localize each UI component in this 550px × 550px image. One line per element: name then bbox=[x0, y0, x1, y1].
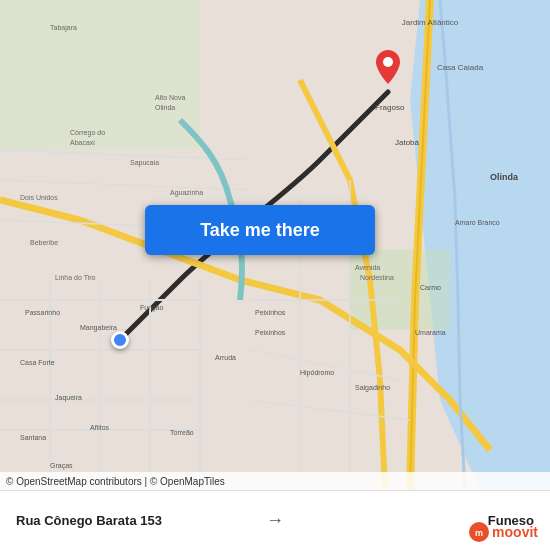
route-arrow: → bbox=[266, 510, 284, 531]
svg-text:Beberibe: Beberibe bbox=[30, 239, 58, 246]
svg-text:Nordestina: Nordestina bbox=[360, 274, 394, 281]
svg-text:Casa Forte: Casa Forte bbox=[20, 359, 55, 366]
svg-text:Amaro Branco: Amaro Branco bbox=[455, 219, 500, 226]
attribution-text: © OpenStreetMap contributors | © OpenMap… bbox=[6, 476, 225, 487]
destination-marker bbox=[376, 50, 400, 88]
bottom-bar: Rua Cônego Barata 153 → Funeso m moovit bbox=[0, 490, 550, 550]
svg-text:Arruda: Arruda bbox=[215, 354, 236, 361]
svg-text:Jatobá: Jatobá bbox=[395, 138, 420, 147]
svg-text:Umarama: Umarama bbox=[415, 329, 446, 336]
take-me-there-button[interactable]: Take me there bbox=[145, 205, 375, 255]
svg-text:Salgadinho: Salgadinho bbox=[355, 384, 390, 392]
svg-text:Sapucaia: Sapucaia bbox=[130, 159, 159, 167]
svg-text:Peixinhos: Peixinhos bbox=[255, 329, 286, 336]
svg-text:Córrego do: Córrego do bbox=[70, 129, 105, 137]
svg-text:Mangabeira: Mangabeira bbox=[80, 324, 117, 332]
svg-text:Jardim Atlântico: Jardim Atlântico bbox=[402, 18, 459, 27]
svg-text:m: m bbox=[475, 528, 483, 538]
svg-text:Olinda: Olinda bbox=[155, 104, 175, 111]
svg-text:Linha do Tiro: Linha do Tiro bbox=[55, 274, 96, 281]
svg-text:Fragoso: Fragoso bbox=[375, 103, 405, 112]
svg-rect-2 bbox=[0, 0, 200, 150]
svg-text:Casa Caiada: Casa Caiada bbox=[437, 63, 484, 72]
svg-text:Graças: Graças bbox=[50, 462, 73, 470]
svg-text:Alto Nova: Alto Nova bbox=[155, 94, 185, 101]
route-from: Rua Cônego Barata 153 bbox=[16, 513, 254, 528]
svg-text:Dois Unidos: Dois Unidos bbox=[20, 194, 58, 201]
svg-text:Função: Função bbox=[140, 304, 163, 312]
svg-text:Olinda: Olinda bbox=[490, 172, 519, 182]
svg-text:Passarinho: Passarinho bbox=[25, 309, 60, 316]
moovit-logo: m moovit bbox=[469, 522, 538, 542]
svg-text:Aguazinha: Aguazinha bbox=[170, 189, 203, 197]
map-container: Jardim Atlântico Casa Caiada Olinda Taba… bbox=[0, 0, 550, 490]
svg-point-54 bbox=[383, 57, 393, 67]
svg-text:Abacaxi: Abacaxi bbox=[70, 139, 95, 146]
svg-text:Peixinhos: Peixinhos bbox=[255, 309, 286, 316]
svg-text:Santana: Santana bbox=[20, 434, 46, 441]
origin-marker bbox=[111, 331, 129, 349]
attribution-bar: © OpenStreetMap contributors | © OpenMap… bbox=[0, 472, 550, 490]
svg-text:Avenida: Avenida bbox=[355, 264, 380, 271]
svg-text:Carmo: Carmo bbox=[420, 284, 441, 291]
svg-text:Torreão: Torreão bbox=[170, 429, 194, 436]
svg-text:Aflitos: Aflitos bbox=[90, 424, 110, 431]
svg-text:Jaqueira: Jaqueira bbox=[55, 394, 82, 402]
svg-text:Tabajara: Tabajara bbox=[50, 24, 77, 32]
moovit-label: moovit bbox=[492, 524, 538, 540]
svg-text:Hipódromo: Hipódromo bbox=[300, 369, 334, 377]
